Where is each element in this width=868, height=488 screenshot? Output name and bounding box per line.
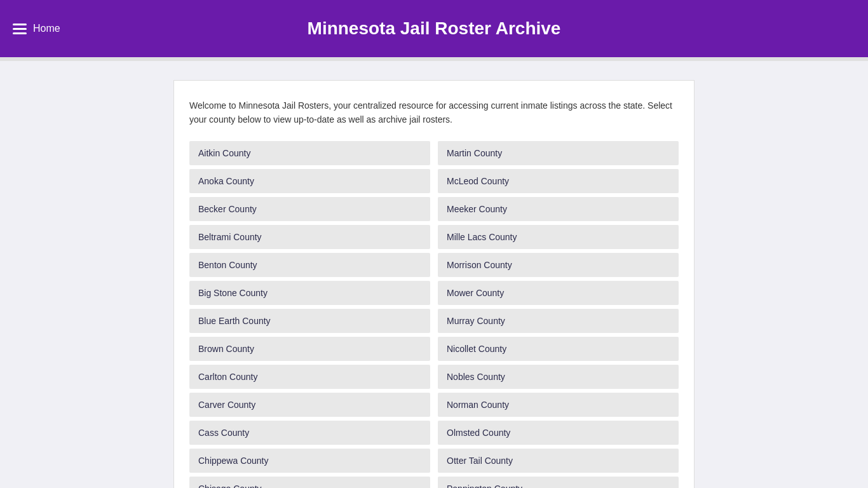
county-item[interactable]: Martin County <box>438 141 679 165</box>
county-item[interactable]: Nicollet County <box>438 337 679 361</box>
county-item[interactable]: Beltrami County <box>189 225 430 249</box>
county-item[interactable]: Mille Lacs County <box>438 225 679 249</box>
home-nav-label: Home <box>33 23 60 34</box>
county-item[interactable]: Morrison County <box>438 253 679 277</box>
county-item[interactable]: Benton County <box>189 253 430 277</box>
nav-home[interactable]: Home <box>13 23 60 34</box>
county-item[interactable]: Meeker County <box>438 197 679 221</box>
county-item[interactable]: Carlton County <box>189 365 430 389</box>
county-item[interactable]: Olmsted County <box>438 421 679 445</box>
site-header: Home Minnesota Jail Roster Archive <box>0 0 868 57</box>
county-item[interactable]: Chisago County <box>189 477 430 488</box>
county-item[interactable]: Chippewa County <box>189 449 430 473</box>
county-item[interactable]: Anoka County <box>189 169 430 193</box>
content-container: Welcome to Minnesota Jail Rosters, your … <box>173 80 695 488</box>
county-item[interactable]: Nobles County <box>438 365 679 389</box>
county-item[interactable]: Norman County <box>438 393 679 417</box>
county-item[interactable]: Pennington County <box>438 477 679 488</box>
county-item[interactable]: Becker County <box>189 197 430 221</box>
county-grid: Aitkin CountyMartin CountyAnoka CountyMc… <box>189 141 679 488</box>
hamburger-icon <box>13 24 27 34</box>
main-content: Welcome to Minnesota Jail Rosters, your … <box>0 61 868 488</box>
site-title: Minnesota Jail Roster Archive <box>308 18 561 39</box>
intro-text: Welcome to Minnesota Jail Rosters, your … <box>189 98 679 127</box>
county-item[interactable]: Brown County <box>189 337 430 361</box>
county-item[interactable]: Murray County <box>438 309 679 333</box>
county-item[interactable]: Mower County <box>438 281 679 305</box>
county-item[interactable]: Carver County <box>189 393 430 417</box>
county-item[interactable]: Cass County <box>189 421 430 445</box>
county-item[interactable]: Otter Tail County <box>438 449 679 473</box>
county-item[interactable]: Blue Earth County <box>189 309 430 333</box>
county-item[interactable]: Big Stone County <box>189 281 430 305</box>
county-item[interactable]: McLeod County <box>438 169 679 193</box>
county-item[interactable]: Aitkin County <box>189 141 430 165</box>
